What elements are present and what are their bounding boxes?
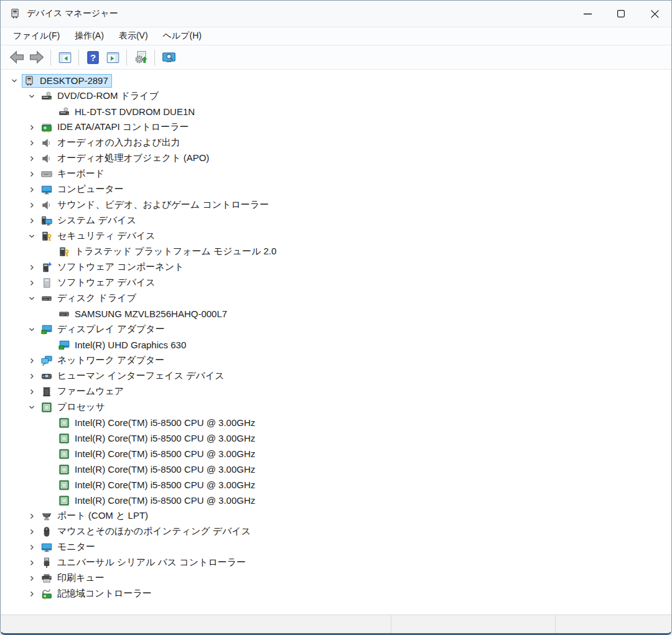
tree-row[interactable]: ディスプレイ アダプター bbox=[1, 322, 671, 337]
tree-row[interactable]: ファームウェア bbox=[1, 384, 671, 399]
chevron-right-icon[interactable] bbox=[24, 539, 39, 555]
chevron-spacer bbox=[42, 244, 57, 259]
monitor-icon bbox=[41, 542, 52, 553]
tree-row[interactable]: ソフトウェア コンポーネント bbox=[1, 259, 671, 275]
tree-row[interactable]: ヒューマン インターフェイス デバイス bbox=[1, 368, 671, 384]
chevron-right-icon[interactable] bbox=[24, 384, 39, 399]
tree-row[interactable]: Intel(R) Core(TM) i5-8500 CPU @ 3.00GHz bbox=[1, 493, 671, 508]
tree-row-label: オーディオの入力および出力 bbox=[57, 137, 180, 149]
tree-row-label: Intel(R) Core(TM) i5-8500 CPU @ 3.00GHz bbox=[75, 417, 255, 428]
keyboard-icon bbox=[41, 169, 52, 180]
chevron-right-icon[interactable] bbox=[24, 570, 39, 586]
chevron-right-icon[interactable] bbox=[24, 213, 39, 228]
tree-row[interactable]: 印刷キュー bbox=[1, 570, 671, 586]
processor-icon bbox=[58, 448, 70, 460]
chevron-down-icon[interactable] bbox=[24, 228, 39, 244]
tree-row[interactable]: Intel(R) Core(TM) i5-8500 CPU @ 3.00GHz bbox=[1, 477, 671, 493]
tree-row[interactable]: マウスとそのほかのポインティング デバイス bbox=[1, 524, 671, 539]
close-button[interactable] bbox=[638, 1, 671, 27]
tree-row[interactable]: トラステッド プラットフォーム モジュール 2.0 bbox=[1, 244, 671, 259]
chevron-right-icon[interactable] bbox=[24, 353, 39, 368]
chevron-down-icon[interactable] bbox=[7, 73, 22, 88]
tree-row[interactable]: DESKTOP-2897 bbox=[1, 73, 671, 88]
tree-row[interactable]: ソフトウェア デバイス bbox=[1, 275, 671, 290]
chevron-right-icon[interactable] bbox=[24, 197, 39, 213]
tree-row[interactable]: DVD/CD-ROM ドライブ bbox=[1, 88, 671, 104]
maximize-button[interactable] bbox=[604, 1, 638, 27]
tree-row[interactable]: ディスク ドライブ bbox=[1, 290, 671, 306]
tree-row[interactable]: ユニバーサル シリアル バス コントローラー bbox=[1, 555, 671, 570]
tree-row[interactable]: キーボード bbox=[1, 166, 671, 182]
mouse-icon bbox=[41, 526, 52, 537]
menu-view[interactable]: 表示(V) bbox=[111, 28, 156, 44]
tree-row[interactable]: IDE ATA/ATAPI コントローラー bbox=[1, 119, 671, 135]
chevron-right-icon[interactable] bbox=[24, 275, 39, 290]
tree-row[interactable]: SAMSUNG MZVLB256HAHQ-000L7 bbox=[1, 306, 671, 322]
network-adapter-icon bbox=[41, 355, 52, 366]
chevron-down-icon[interactable] bbox=[24, 399, 39, 415]
tree-row-label: キーボード bbox=[57, 168, 105, 180]
tree-row[interactable]: HL-DT-ST DVDROM DUE1N bbox=[1, 104, 671, 119]
chevron-down-icon[interactable] bbox=[24, 88, 39, 104]
security-device-icon bbox=[41, 231, 52, 242]
hid-icon bbox=[41, 371, 52, 382]
dvd-drive-icon bbox=[58, 106, 70, 118]
menu-help[interactable]: ヘルプ(H) bbox=[156, 28, 209, 44]
tree-row[interactable]: システム デバイス bbox=[1, 213, 671, 228]
tree-row[interactable]: サウンド、ビデオ、およびゲーム コントローラー bbox=[1, 197, 671, 213]
chevron-right-icon[interactable] bbox=[24, 259, 39, 275]
back-button[interactable] bbox=[7, 48, 27, 67]
chevron-spacer bbox=[42, 306, 57, 322]
chevron-right-icon[interactable] bbox=[24, 368, 39, 384]
menu-file[interactable]: ファイル(F) bbox=[6, 28, 67, 44]
chevron-spacer bbox=[42, 337, 57, 353]
forward-button[interactable] bbox=[27, 48, 47, 67]
toolbar-separator bbox=[78, 50, 79, 65]
tree-row[interactable]: Intel(R) Core(TM) i5-8500 CPU @ 3.00GHz bbox=[1, 415, 671, 430]
chevron-right-icon[interactable] bbox=[24, 119, 39, 135]
chevron-right-icon[interactable] bbox=[24, 182, 39, 197]
dvd-drive-icon bbox=[41, 91, 52, 102]
tree-row-label: Intel(R) Core(TM) i5-8500 CPU @ 3.00GHz bbox=[75, 433, 255, 443]
display-adapter-icon bbox=[41, 324, 52, 335]
tree-row[interactable]: コンピューター bbox=[1, 182, 671, 197]
scan-hardware-changes-button[interactable] bbox=[131, 48, 151, 67]
console-tree-icon bbox=[58, 50, 72, 65]
chevron-right-icon[interactable] bbox=[24, 508, 39, 524]
tree-row[interactable]: オーディオの入力および出力 bbox=[1, 135, 671, 151]
tree-row[interactable]: Intel(R) UHD Graphics 630 bbox=[1, 337, 671, 353]
tree-row[interactable]: モニター bbox=[1, 539, 671, 555]
minimize-icon bbox=[584, 10, 592, 18]
tree-row[interactable]: ネットワーク アダプター bbox=[1, 353, 671, 368]
chevron-right-icon[interactable] bbox=[24, 166, 39, 182]
chevron-right-icon[interactable] bbox=[24, 524, 39, 539]
tree-row-label: モニター bbox=[57, 541, 95, 553]
chevron-right-icon[interactable] bbox=[24, 586, 39, 601]
help-button[interactable]: ? bbox=[83, 48, 103, 67]
chevron-down-icon[interactable] bbox=[24, 322, 39, 337]
show-console-tree-button[interactable] bbox=[55, 48, 75, 67]
tree-row[interactable]: Intel(R) Core(TM) i5-8500 CPU @ 3.00GHz bbox=[1, 461, 671, 477]
show-action-pane-button[interactable] bbox=[103, 48, 123, 67]
tree-row-label: Intel(R) Core(TM) i5-8500 CPU @ 3.00GHz bbox=[75, 448, 255, 459]
minimize-button[interactable] bbox=[571, 1, 604, 27]
chevron-right-icon[interactable] bbox=[24, 135, 39, 151]
tree-row[interactable]: プロセッサ bbox=[1, 399, 671, 415]
maximize-icon bbox=[617, 10, 625, 17]
statusbar-section bbox=[391, 615, 556, 633]
tree-row[interactable]: Intel(R) Core(TM) i5-8500 CPU @ 3.00GHz bbox=[1, 430, 671, 446]
processor-icon bbox=[58, 433, 70, 444]
chevron-spacer bbox=[42, 430, 57, 446]
menu-action[interactable]: 操作(A) bbox=[67, 28, 111, 44]
tree-row[interactable]: セキュリティ デバイス bbox=[1, 228, 671, 244]
tree-row[interactable]: オーディオ処理オブジェクト (APO) bbox=[1, 151, 671, 166]
chevron-down-icon[interactable] bbox=[24, 290, 39, 306]
chevron-spacer bbox=[42, 415, 57, 430]
tree-row-label: ヒューマン インターフェイス デバイス bbox=[57, 370, 225, 382]
tree-row[interactable]: Intel(R) Core(TM) i5-8500 CPU @ 3.00GHz bbox=[1, 446, 671, 461]
chevron-right-icon[interactable] bbox=[24, 151, 39, 166]
chevron-right-icon[interactable] bbox=[24, 555, 39, 570]
tree-row[interactable]: ポート (COM と LPT) bbox=[1, 508, 671, 524]
tree-row[interactable]: 記憶域コントローラー bbox=[1, 586, 671, 601]
remote-computer-button[interactable] bbox=[159, 48, 179, 67]
